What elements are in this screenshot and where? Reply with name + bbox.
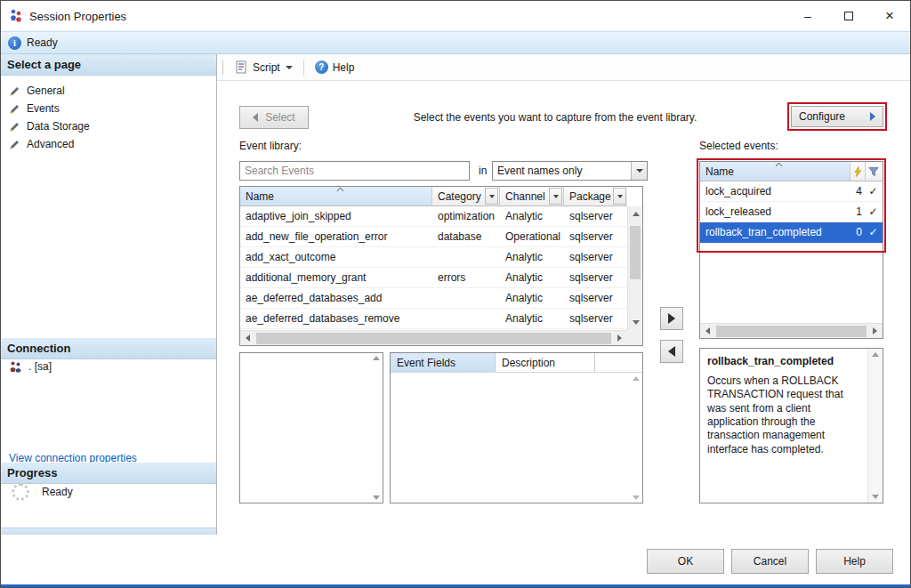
sidebar-item-advanced[interactable]: Advanced xyxy=(1,135,216,153)
tab-event-fields[interactable]: Event Fields xyxy=(391,353,496,372)
select-a-page-header: Select a page xyxy=(1,54,216,76)
scroll-down-icon[interactable] xyxy=(872,495,879,499)
scroll-thumb[interactable] xyxy=(630,226,641,279)
cell-name: ae_deferred_databases_add xyxy=(240,292,432,304)
remove-event-button[interactable] xyxy=(660,340,683,363)
column-label: Channel xyxy=(505,190,545,203)
script-button[interactable]: Script xyxy=(231,58,296,77)
scroll-down-icon[interactable] xyxy=(373,495,380,500)
cell-package: sqlserver xyxy=(564,230,627,243)
scroll-up-icon[interactable] xyxy=(633,376,640,381)
table-row[interactable]: adaptive_join_skipped optimization Analy… xyxy=(240,206,627,227)
sidebar-item-label: Events xyxy=(27,102,60,115)
scroll-up-button[interactable] xyxy=(628,206,643,222)
column-header-category[interactable]: Category xyxy=(432,187,500,205)
search-scope-select[interactable]: Event names only xyxy=(492,161,648,181)
scroll-left-button[interactable] xyxy=(700,324,715,339)
cell-package: sqlserver xyxy=(564,271,627,284)
filter-dropdown-icon[interactable] xyxy=(485,188,498,205)
cell-package: sqlserver xyxy=(564,312,627,325)
pen-icon xyxy=(9,121,20,133)
v-scrollbar[interactable] xyxy=(867,349,883,503)
connection-text: . [sa] xyxy=(28,360,52,373)
scroll-thumb[interactable] xyxy=(716,326,867,337)
select-button[interactable]: Select xyxy=(239,106,309,129)
h-scrollbar[interactable] xyxy=(700,323,883,338)
cell-channel: Analytic xyxy=(500,251,564,263)
help-button[interactable]: Help xyxy=(816,549,893,574)
progress-status-row: Ready xyxy=(12,483,73,501)
dropdown-arrow-icon[interactable] xyxy=(631,162,647,180)
selected-event-row[interactable]: lock_released 1 ✓ xyxy=(700,202,883,222)
close-icon: × xyxy=(885,7,894,25)
column-header-filter[interactable] xyxy=(866,162,881,181)
table-row[interactable]: add_xact_outcome Analytic sqlserver xyxy=(240,247,627,268)
selected-event-row-active[interactable]: rollback_tran_completed 0 ✓ xyxy=(700,222,883,243)
scroll-right-button[interactable] xyxy=(612,331,627,346)
scroll-up-icon[interactable] xyxy=(373,356,380,360)
selected-event-row[interactable]: lock_acquired 4 ✓ xyxy=(700,181,883,202)
table-row[interactable]: additional_memory_grant errors Analytic … xyxy=(240,268,627,288)
column-label: Category xyxy=(438,190,481,203)
script-label: Script xyxy=(253,61,280,74)
empty-listbox[interactable] xyxy=(239,352,383,503)
cell-package: sqlserver xyxy=(564,251,627,263)
table-row[interactable]: ae_deferred_databases_remove Analytic sq… xyxy=(240,309,627,329)
toolbar-grip[interactable] xyxy=(222,60,225,75)
cell-category: errors xyxy=(432,271,500,284)
column-header-name[interactable]: Name xyxy=(240,187,432,205)
ok-button[interactable]: OK xyxy=(647,549,724,574)
sidebar-item-events[interactable]: Events xyxy=(1,100,216,117)
add-event-button[interactable] xyxy=(660,307,683,330)
h-scrollbar[interactable] xyxy=(240,330,627,345)
scroll-down-button[interactable] xyxy=(628,315,643,330)
help-button-toolbar[interactable]: ? Help xyxy=(311,58,359,77)
toolbar-separator xyxy=(303,60,304,76)
cell-channel: Analytic xyxy=(500,312,564,325)
scroll-thumb[interactable] xyxy=(256,333,611,344)
progress-header: Progress xyxy=(1,463,216,484)
lightning-icon xyxy=(853,165,863,178)
close-button[interactable]: × xyxy=(869,1,910,31)
in-label: in xyxy=(479,165,487,177)
script-dropdown-icon[interactable] xyxy=(286,66,293,69)
scroll-right-button[interactable] xyxy=(867,324,883,339)
scroll-left-button[interactable] xyxy=(240,331,255,346)
sidebar-item-general[interactable]: General xyxy=(1,82,216,100)
back-arrow-icon xyxy=(253,113,258,122)
sort-asc-icon xyxy=(775,162,783,167)
scroll-down-icon[interactable] xyxy=(633,495,640,500)
column-header-name[interactable]: Name xyxy=(700,162,851,181)
filter-dropdown-icon[interactable] xyxy=(549,188,562,205)
selected-events-table: Name lock_acquired 4 ✓ lock_released 1 ✓ xyxy=(699,161,883,339)
description-title: rollback_tran_completed xyxy=(707,355,864,367)
sidebar-item-data-storage[interactable]: Data Storage xyxy=(1,117,216,135)
sidebar-item-label: General xyxy=(27,85,65,97)
sort-asc-icon xyxy=(336,187,344,192)
column-header-package[interactable]: Package xyxy=(564,187,627,205)
cell-name: additional_memory_grant xyxy=(240,271,432,284)
scrollbar-corner xyxy=(627,330,642,345)
v-scrollbar[interactable] xyxy=(627,206,642,330)
column-header-channel[interactable]: Channel xyxy=(500,187,564,205)
minimize-button[interactable]: – xyxy=(787,1,828,31)
cell-name: ae_deferred_databases_remove xyxy=(240,312,432,325)
check-icon: ✓ xyxy=(866,185,881,197)
search-input[interactable] xyxy=(239,161,470,181)
table-row[interactable]: add_new_file_operation_error database Op… xyxy=(240,227,627,247)
cancel-button[interactable]: Cancel xyxy=(731,549,809,574)
cell-name: add_xact_outcome xyxy=(240,251,432,263)
filter-dropdown-icon[interactable] xyxy=(613,188,626,205)
titlebar: Session Properties – × xyxy=(1,1,910,31)
configure-button[interactable]: Configure xyxy=(791,106,883,127)
cell-name: rollback_tran_completed xyxy=(700,226,851,238)
scroll-up-icon[interactable] xyxy=(872,352,879,357)
table-row[interactable]: ae_deferred_databases_add Analytic sqlse… xyxy=(240,288,627,309)
progress-spinner-icon xyxy=(12,483,29,501)
maximize-button[interactable] xyxy=(828,1,869,31)
event-count: 0 xyxy=(851,226,866,238)
event-fields-table: Event Fields Description xyxy=(390,352,643,503)
column-header-count[interactable] xyxy=(851,162,866,181)
cell-channel: Operational xyxy=(500,230,564,243)
tab-description[interactable]: Description xyxy=(496,353,595,372)
